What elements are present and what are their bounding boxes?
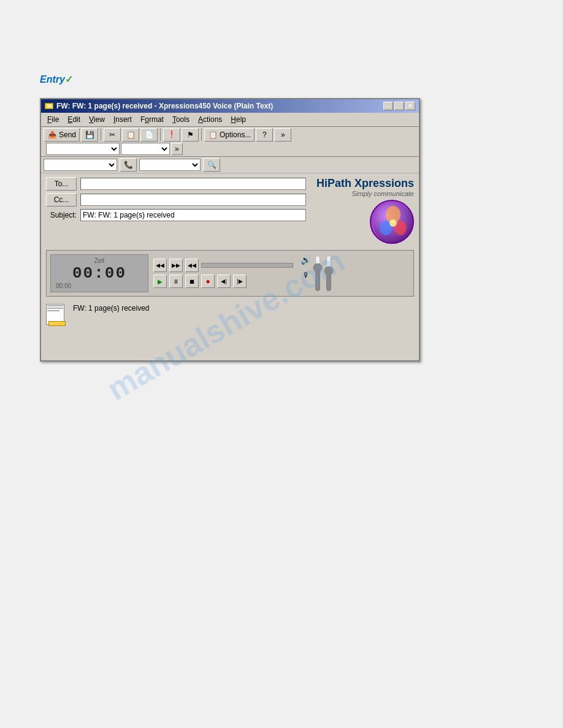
size-dropdown[interactable] (139, 159, 201, 171)
title-bar-left: ✉ FW: FW: 1 page(s) received - Xpression… (45, 102, 273, 110)
forward-button[interactable]: ▶▶ (169, 259, 183, 272)
time-elapsed: 00:00 (56, 282, 143, 289)
svg-point-4 (389, 219, 397, 227)
cc-button[interactable]: Cc... (46, 193, 77, 207)
phone-icon: 📞 (123, 160, 133, 170)
transport-bottom-row: ▶ ⏸ ⏹ ● ◀| |▶ (153, 275, 293, 288)
menu-format[interactable]: Format (137, 114, 167, 125)
minimize-button[interactable]: ─ (383, 102, 393, 110)
email-icon: ✉ (45, 103, 53, 109)
to-button[interactable]: To... (46, 177, 77, 191)
entry-label: Entry✓ (40, 74, 73, 85)
form-fields: To... Cc... Subject: (46, 177, 306, 221)
subject-label: Subject: (46, 211, 77, 219)
priority-button[interactable]: ! (163, 128, 180, 142)
separator-1 (101, 129, 101, 141)
transport-top-row: ◀◀ ▶▶ ◀◀ (153, 259, 293, 272)
close-button[interactable]: ✕ (405, 102, 415, 110)
player-area: Zeit 00:00 00:00 ◀◀ ▶▶ ◀◀ ▶ ⏸ (46, 250, 414, 297)
menu-file[interactable]: File (44, 114, 63, 125)
cut-button[interactable]: ✂ (104, 128, 121, 142)
account-dropdown[interactable] (46, 143, 120, 155)
fast-fwd-button[interactable]: ◀◀ (185, 259, 199, 272)
message-area: FW: 1 page(s) received (41, 299, 419, 360)
window-title: FW: FW: 1 page(s) received - Xpressions4… (56, 102, 273, 110)
brand-logo (370, 200, 414, 244)
save-icon: 💾 (85, 130, 94, 140)
help-icon: ? (259, 130, 269, 140)
rewind-button[interactable]: ◀◀ (153, 259, 167, 272)
window-content: To... Cc... Subject: HiPath Xpressions S… (41, 173, 419, 360)
copy-button[interactable]: 📋 (122, 128, 139, 142)
volume-slider[interactable] (313, 255, 322, 292)
menu-help[interactable]: Help (227, 114, 250, 125)
brand-title: HiPath Xpressions (316, 177, 414, 190)
paste-icon: 📄 (144, 130, 154, 140)
more-icon: » (278, 130, 288, 140)
priority-icon: ! (167, 130, 177, 140)
menu-view[interactable]: View (85, 114, 109, 125)
play-button[interactable]: ▶ (153, 275, 167, 288)
separator-3 (201, 129, 202, 141)
mic-slider-container (324, 255, 333, 292)
to-input[interactable] (80, 178, 306, 190)
form-and-brand: To... Cc... Subject: HiPath Xpressions S… (41, 173, 419, 248)
time-display: Zeit 00:00 00:00 (50, 254, 148, 292)
options-icon: 📋 (208, 130, 218, 140)
cc-input[interactable] (80, 194, 306, 206)
cc-row: Cc... (46, 193, 306, 207)
main-window: ✉ FW: FW: 1 page(s) received - Xpression… (40, 98, 420, 362)
paste-button[interactable]: 📄 (140, 128, 158, 142)
search-button[interactable]: 🔍 (203, 158, 220, 172)
brand-area: HiPath Xpressions Simply communicate (316, 177, 414, 244)
flag-icon: ⚑ (185, 130, 195, 140)
send-icon: 📤 (47, 130, 57, 140)
record-button[interactable]: ● (201, 275, 215, 288)
stop-button[interactable]: ⏹ (185, 275, 199, 288)
more-button[interactable]: » (274, 128, 291, 142)
more-button-2[interactable]: » (171, 143, 183, 155)
separator-2 (160, 129, 161, 141)
pause-button[interactable]: ⏸ (169, 275, 183, 288)
skip-back-button[interactable]: ◀| (217, 275, 231, 288)
time-value: 00:00 (56, 264, 143, 282)
menu-bar: File Edit View Insert Format Tools Actio… (41, 113, 419, 127)
title-bar: ✉ FW: FW: 1 page(s) received - Xpression… (41, 99, 419, 113)
message-icon (46, 304, 68, 326)
time-label: Zeit (56, 257, 143, 264)
mic-icon: 🎙 (302, 271, 310, 279)
options-button[interactable]: 📋 Options... (204, 128, 255, 142)
to-row: To... (46, 177, 306, 191)
volume-slider-container (313, 255, 322, 292)
menu-actions[interactable]: Actions (194, 114, 226, 125)
message-text: FW: 1 page(s) received (73, 304, 150, 313)
format-dropdown[interactable] (121, 143, 170, 155)
flag-button[interactable]: ⚑ (182, 128, 199, 142)
subject-row: Subject: (46, 209, 306, 221)
toolbar-secondary: 📞 🔍 (41, 157, 419, 173)
mic-slider[interactable] (324, 255, 333, 292)
menu-edit[interactable]: Edit (64, 114, 84, 125)
cut-icon: ✂ (107, 130, 117, 140)
save-button[interactable]: 💾 (81, 128, 98, 142)
transport-section: ◀◀ ▶▶ ◀◀ ▶ ⏸ ⏹ ● ◀| |▶ (153, 259, 293, 288)
title-bar-buttons[interactable]: ─ □ ✕ (383, 102, 415, 110)
copy-icon: 📋 (126, 130, 136, 140)
subject-input[interactable] (80, 209, 306, 221)
font-dropdown[interactable] (44, 159, 117, 171)
phone-button[interactable]: 📞 (120, 158, 137, 172)
speaker-icon: 🔊 (301, 255, 311, 265)
menu-tools[interactable]: Tools (169, 114, 193, 125)
volume-section: 🔊 🎙 (301, 255, 333, 292)
toolbar-main: 📤 Send 💾 ✂ 📋 📄 ! ⚑ 📋 Options... ? (41, 127, 419, 157)
brand-subtitle: Simply communicate (316, 190, 414, 197)
search-icon: 🔍 (207, 160, 216, 170)
menu-insert[interactable]: Insert (110, 114, 136, 125)
send-button[interactable]: 📤 Send (44, 128, 80, 142)
progress-bar[interactable] (201, 263, 293, 268)
restore-button[interactable]: □ (394, 102, 404, 110)
skip-fwd-button[interactable]: |▶ (233, 275, 247, 288)
help-button[interactable]: ? (256, 128, 273, 142)
